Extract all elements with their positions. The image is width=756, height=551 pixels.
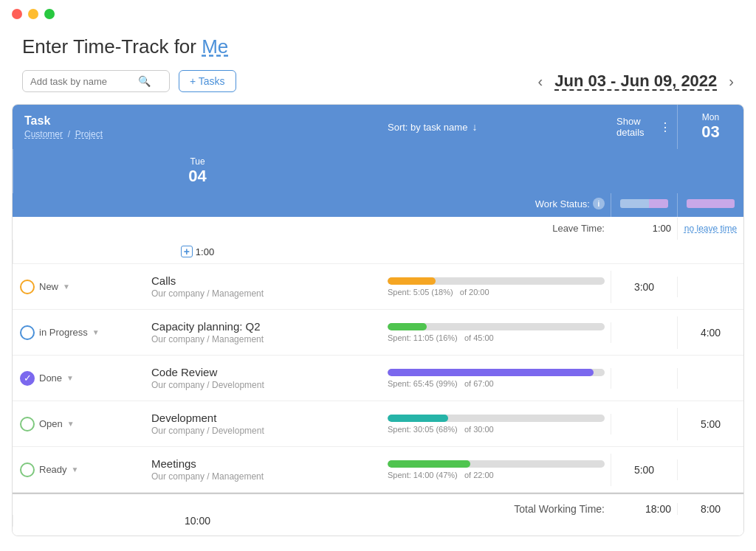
status-icon-1 bbox=[20, 325, 35, 340]
total-tue: 10:00 bbox=[13, 515, 382, 527]
progress-label-4: Spent: 14:00 (47%) of 22:00 bbox=[388, 471, 605, 479]
th-tue: Tue 04 bbox=[13, 149, 382, 193]
status-label-2: Done bbox=[39, 372, 62, 384]
progress-cell-4: Spent: 14:00 (47%) of 22:00 bbox=[382, 453, 611, 487]
progress-label-3: Spent: 30:05 (68%) of 30:00 bbox=[388, 425, 605, 434]
leave-tue-cell: + 1:00 bbox=[13, 240, 382, 263]
mon-value-2 bbox=[611, 368, 677, 389]
progress-bar-bg-0 bbox=[388, 277, 605, 285]
search-input[interactable] bbox=[30, 76, 134, 87]
tue-label: Tue bbox=[18, 156, 377, 167]
date-range[interactable]: Jun 03 - Jun 09, 2022 bbox=[554, 72, 717, 91]
progress-cell-3: Spent: 30:05 (68%) of 30:00 bbox=[382, 407, 611, 441]
info-icon[interactable]: i bbox=[593, 198, 605, 209]
progress-bar-fill-2 bbox=[388, 369, 594, 376]
status-chevron-4[interactable]: ▼ bbox=[72, 465, 79, 474]
table-header: Task Customer / Project Sort: by task na… bbox=[13, 105, 743, 193]
progress-cell-0: Spent: 5:05 (18%) of 20:00 bbox=[382, 270, 611, 304]
leave-mon-cell[interactable]: no leave time bbox=[677, 218, 743, 240]
th-sort: Sort: by task name ↓ bbox=[382, 121, 611, 133]
status-cell-1[interactable]: in Progress ▼ bbox=[13, 315, 145, 350]
mon-value-4[interactable]: 5:00 bbox=[611, 454, 677, 486]
status-icon-0 bbox=[20, 280, 35, 294]
tue-work-bar bbox=[677, 193, 743, 217]
task-name-cell-4: Meetings Our company / Management bbox=[145, 447, 382, 492]
work-status-row: Work Status: i bbox=[13, 193, 743, 217]
status-chevron-1[interactable]: ▼ bbox=[92, 328, 100, 336]
progress-cell-2: Spent: 65:45 (99%) of 67:00 bbox=[382, 361, 611, 395]
leave-tue-value: 1:00 bbox=[196, 246, 214, 257]
task-name-0: Calls bbox=[151, 274, 376, 287]
status-cell-2[interactable]: ✓ Done ▼ bbox=[13, 361, 145, 396]
progress-label-0: Spent: 5:05 (18%) of 20:00 bbox=[388, 288, 605, 297]
date-nav: ‹ Jun 03 - Jun 09, 2022 › bbox=[538, 72, 734, 91]
progress-bar-bg-1 bbox=[388, 323, 605, 330]
progress-bar-bg-4 bbox=[388, 460, 605, 468]
mon-value-0[interactable]: 3:00 bbox=[611, 271, 677, 303]
task-name-4: Meetings bbox=[151, 457, 376, 470]
total-working-value: 18:00 bbox=[611, 503, 677, 515]
progress-bar-fill-1 bbox=[388, 323, 427, 330]
status-icon-3 bbox=[20, 417, 35, 432]
status-icon-2: ✓ bbox=[20, 371, 35, 386]
progress-bar-fill-3 bbox=[388, 415, 448, 422]
mon-value-1 bbox=[611, 322, 677, 343]
status-cell-0[interactable]: New ▼ bbox=[13, 269, 145, 305]
task-column-label: Task bbox=[24, 114, 370, 128]
user-link[interactable]: Me bbox=[202, 35, 228, 58]
add-leave-tue-button[interactable]: + bbox=[181, 246, 193, 257]
task-project-3: Our company / Development bbox=[151, 426, 376, 436]
total-working-label: Total Working Time: bbox=[382, 503, 611, 515]
status-chevron-3[interactable]: ▼ bbox=[67, 420, 75, 428]
th-task: Task Customer / Project bbox=[13, 107, 382, 147]
leave-time-total: 1:00 bbox=[611, 217, 677, 240]
task-name-cell-1: Capacity planning: Q2 Our company / Mana… bbox=[145, 310, 382, 355]
progress-label-1: Spent: 11:05 (16%) of 45:00 bbox=[388, 333, 605, 342]
header: Enter Time-Track for Me 🔍 + Tasks ‹ Jun … bbox=[0, 28, 756, 104]
status-chevron-2[interactable]: ▼ bbox=[66, 374, 74, 382]
task-name-cell-0: Calls Our company / Management bbox=[145, 264, 382, 309]
project-link[interactable]: Project bbox=[75, 129, 103, 139]
task-name-3: Development bbox=[151, 412, 376, 424]
sort-arrow-icon[interactable]: ↓ bbox=[472, 121, 477, 133]
status-chevron-0[interactable]: ▼ bbox=[63, 283, 70, 291]
progress-cell-1: Spent: 11:05 (16%) of 45:00 bbox=[382, 316, 611, 350]
minimize-dot[interactable] bbox=[28, 9, 38, 19]
search-icon: 🔍 bbox=[138, 75, 151, 87]
task-name-cell-2: Code Review Our company / Development bbox=[145, 356, 382, 401]
tue-num: 04 bbox=[18, 167, 377, 186]
total-mon: 8:00 bbox=[677, 503, 743, 515]
mon-value-3 bbox=[611, 414, 677, 434]
status-label-0: New bbox=[39, 281, 58, 292]
task-name-1: Capacity planning: Q2 bbox=[151, 320, 376, 333]
table-row: New ▼ Calls Our company / Management Spe… bbox=[13, 264, 743, 310]
title-bar bbox=[0, 0, 756, 28]
tue-value-3[interactable]: 5:00 bbox=[677, 408, 743, 440]
task-name-2: Code Review bbox=[151, 366, 376, 378]
sort-label: Sort: by task name bbox=[388, 122, 467, 133]
leave-time-label: Leave Time: bbox=[382, 217, 611, 240]
status-cell-4[interactable]: Ready ▼ bbox=[13, 452, 145, 488]
details-menu-icon[interactable]: ⋮ bbox=[659, 120, 671, 134]
tue-value-0 bbox=[677, 277, 743, 297]
task-name-cell-3: Development Our company / Development bbox=[145, 401, 382, 446]
tasks-button[interactable]: + Tasks bbox=[179, 70, 236, 92]
toolbar: 🔍 + Tasks ‹ Jun 03 - Jun 09, 2022 › bbox=[22, 70, 734, 92]
task-project-2: Our company / Development bbox=[151, 380, 376, 390]
status-label-3: Open bbox=[39, 418, 63, 429]
status-cell-3[interactable]: Open ▼ bbox=[13, 406, 145, 442]
task-project-0: Our company / Management bbox=[151, 288, 376, 299]
status-label-4: Ready bbox=[39, 464, 67, 475]
table-row: ✓ Done ▼ Code Review Our company / Devel… bbox=[13, 356, 743, 401]
maximize-dot[interactable] bbox=[44, 9, 55, 19]
customer-link[interactable]: Customer bbox=[24, 129, 63, 139]
close-dot[interactable] bbox=[12, 9, 22, 19]
prev-week-button[interactable]: ‹ bbox=[538, 73, 543, 90]
work-status-label: Work Status: i bbox=[382, 193, 611, 217]
next-week-button[interactable]: › bbox=[729, 73, 734, 90]
tue-value-1[interactable]: 4:00 bbox=[677, 316, 743, 349]
progress-bar-fill-4 bbox=[388, 460, 470, 468]
th-mon: Mon 03 bbox=[677, 105, 743, 149]
breadcrumb: Customer / Project bbox=[24, 129, 370, 139]
main-table: Task Customer / Project Sort: by task na… bbox=[12, 104, 744, 536]
